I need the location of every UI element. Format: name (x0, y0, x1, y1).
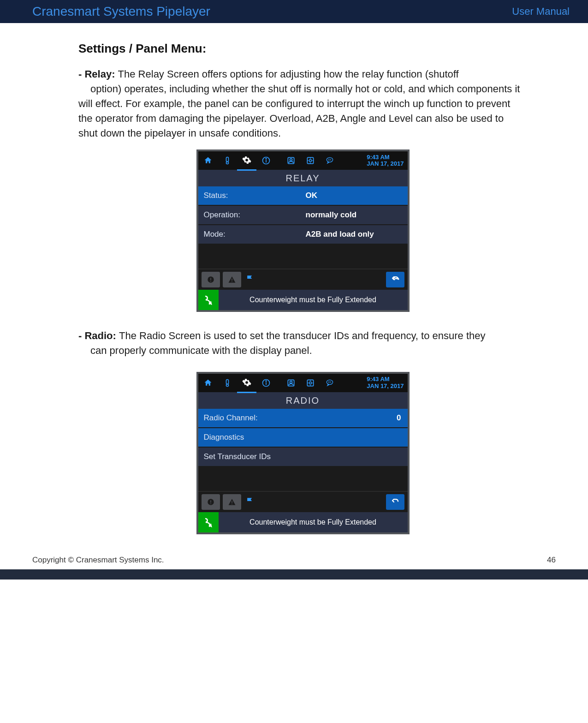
radio-statusbar: Counterweight must be Fully Extended (198, 512, 408, 532)
svg-rect-18 (232, 279, 232, 281)
svg-rect-17 (210, 281, 211, 282)
copyright-text: Copyright © Cranesmart Systems Inc. (32, 556, 164, 565)
page-number: 46 (547, 556, 556, 565)
profile-icon[interactable] (281, 374, 301, 392)
footer-bar (0, 569, 588, 580)
date-text: JAN 17, 2017 (367, 161, 404, 167)
operation-value: normally cold (306, 210, 408, 220)
svg-text:EN: EN (328, 381, 331, 383)
clock-readout: 9:43 AM JAN 17, 2017 (367, 154, 404, 168)
relay-body-first: The Relay Screen offers options for adju… (118, 68, 459, 80)
brightness-icon[interactable] (301, 374, 320, 392)
status-row[interactable]: Status: OK (198, 186, 408, 206)
radio-channel-row[interactable]: Radio Channel: 0 (198, 409, 408, 428)
cancel-warning-button[interactable] (202, 494, 220, 510)
logo-icon (198, 290, 219, 310)
back-button[interactable] (386, 272, 404, 287)
temperature-icon[interactable] (218, 151, 237, 170)
settings-gear-icon[interactable] (237, 373, 256, 393)
radio-channel-label: Radio Channel: (204, 413, 397, 423)
home-icon[interactable] (198, 374, 218, 392)
radio-panel: EN 9:43 AM JAN 17, 2017 RADIO Radio Chan… (196, 372, 410, 534)
doc-title: Cranesmart Systems Pipelayer (32, 4, 210, 19)
svg-point-8 (309, 160, 311, 162)
home-icon[interactable] (198, 151, 218, 170)
radio-channel-value: 0 (397, 413, 401, 423)
temperature-icon[interactable] (218, 374, 237, 392)
radio-bottombar (198, 491, 408, 512)
time-text: 9:43 AM (367, 154, 404, 161)
set-transducer-ids-label: Set Transducer IDs (204, 452, 271, 461)
brightness-icon[interactable] (301, 151, 320, 170)
diagnostics-row[interactable]: Diagnostics (198, 428, 408, 448)
panel-gap (198, 245, 408, 269)
relay-topbar: EN 9:43 AM JAN 17, 2017 (198, 151, 408, 170)
svg-point-4 (266, 158, 267, 159)
section-heading: Settings / Panel Menu: (78, 42, 523, 56)
radio-panel-title: RADIO (198, 392, 408, 409)
relay-statusbar: Counterweight must be Fully Extended (198, 290, 408, 310)
mode-value: A2B and load only (306, 230, 408, 239)
page-footer: Copyright © Cranesmart Systems Inc. 46 (0, 556, 588, 569)
operation-label: Operation: (204, 210, 306, 220)
status-message: Counterweight must be Fully Extended (219, 518, 408, 526)
cancel-warning-button[interactable] (202, 272, 220, 287)
svg-point-28 (309, 382, 311, 384)
svg-rect-19 (232, 281, 232, 282)
radio-topbar: EN 9:43 AM JAN 17, 2017 (198, 374, 408, 392)
profile-icon[interactable] (281, 151, 301, 170)
relay-panel-title: RELAY (198, 170, 408, 186)
alert-triangle-button[interactable] (223, 272, 241, 287)
mode-row[interactable]: Mode: A2B and load only (198, 225, 408, 245)
document-header: Cranesmart Systems Pipelayer User Manual (0, 0, 588, 23)
radio-paragraph: - Radio: The Radio Screen is used to set… (78, 329, 523, 358)
svg-text:EN: EN (328, 158, 331, 161)
radio-body-rest: can properly communicate with the displa… (90, 345, 312, 356)
radio-lead: - Radio: (78, 330, 119, 341)
svg-rect-38 (232, 501, 232, 503)
status-message: Counterweight must be Fully Extended (219, 296, 408, 304)
operation-row[interactable]: Operation: normally cold (198, 206, 408, 225)
relay-body-rest: option) operates, including whether the … (78, 83, 520, 139)
info-icon[interactable] (256, 151, 276, 170)
svg-point-6 (290, 159, 292, 161)
svg-rect-37 (210, 503, 211, 504)
svg-rect-39 (232, 504, 232, 505)
relay-paragraph: - Relay: The Relay Screen offers options… (78, 67, 523, 140)
svg-point-1 (226, 162, 228, 164)
diagnostics-label: Diagnostics (204, 433, 244, 442)
alert-triangle-button[interactable] (223, 494, 241, 510)
date-text: JAN 17, 2017 (367, 383, 404, 390)
flag-icon[interactable] (245, 496, 255, 508)
relay-lead: - Relay: (78, 68, 118, 80)
svg-rect-36 (210, 500, 211, 502)
svg-rect-16 (210, 278, 211, 281)
back-button[interactable] (386, 494, 404, 510)
time-text: 9:43 AM (367, 376, 404, 383)
status-value: OK (306, 191, 408, 200)
relay-bottombar (198, 269, 408, 290)
svg-rect-20 (226, 380, 228, 384)
doc-header-right: User Manual (512, 6, 570, 18)
settings-gear-icon[interactable] (237, 151, 256, 171)
logo-icon (198, 512, 219, 532)
relay-panel: EN 9:43 AM JAN 17, 2017 RELAY Status: OK… (196, 149, 410, 312)
language-icon[interactable]: EN (320, 151, 339, 170)
radio-body-first: The Radio Screen is used to set the tran… (119, 330, 485, 341)
panel-gap (198, 467, 408, 491)
info-icon[interactable] (256, 374, 276, 392)
svg-point-24 (266, 381, 267, 382)
svg-rect-0 (226, 157, 228, 162)
status-label: Status: (204, 191, 306, 200)
language-icon[interactable]: EN (320, 374, 339, 392)
mode-label: Mode: (204, 230, 306, 239)
flag-icon[interactable] (245, 274, 255, 285)
svg-point-26 (290, 381, 292, 383)
set-transducer-ids-row[interactable]: Set Transducer IDs (198, 448, 408, 467)
svg-point-21 (226, 384, 228, 387)
clock-readout: 9:43 AM JAN 17, 2017 (367, 376, 404, 390)
